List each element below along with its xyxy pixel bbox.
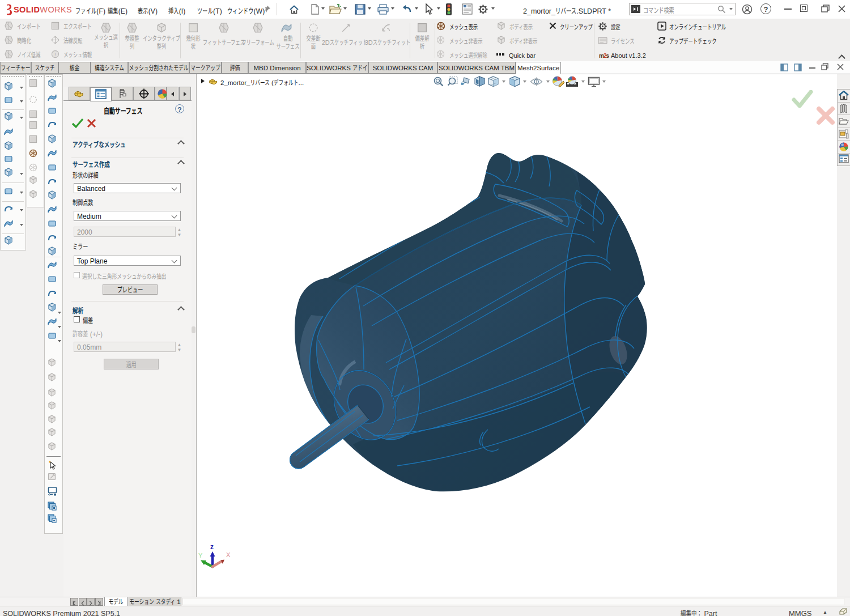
- svg-text:X: X: [226, 550, 231, 559]
- svg-text:i: i: [55, 50, 56, 57]
- svg-text:Y: Y: [198, 550, 203, 559]
- svg-text:SOLIDWORKS: SOLIDWORKS: [14, 3, 72, 15]
- svg-text:z: z: [210, 541, 214, 551]
